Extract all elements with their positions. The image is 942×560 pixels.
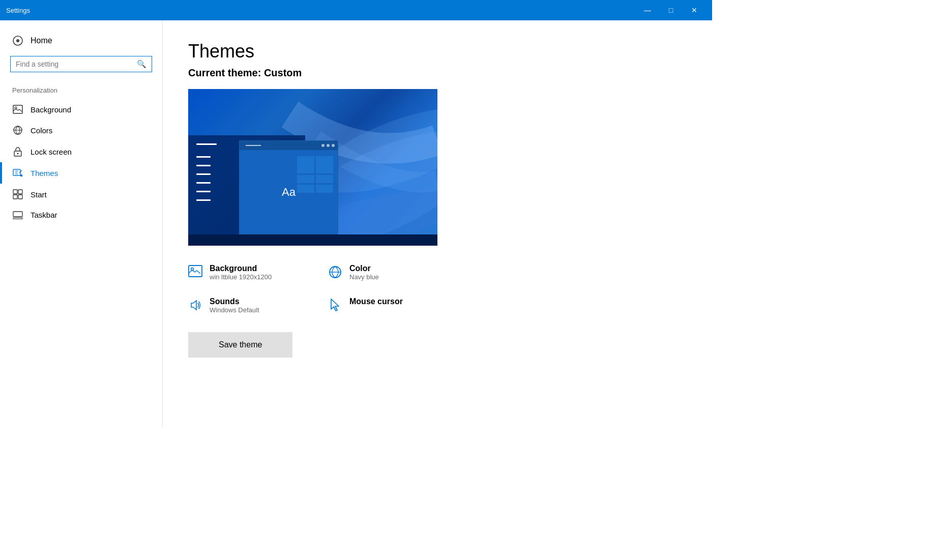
search-input[interactable] [16,60,137,68]
detail-sounds-title: Sounds [210,297,259,306]
tile-6 [316,185,333,193]
preview-line-3 [196,165,211,166]
detail-background[interactable]: Background win ltblue 1920x1200 [188,261,298,284]
detail-mouse-cursor[interactable]: Mouse cursor [328,294,437,317]
svg-rect-9 [13,190,17,194]
start-label: Start [31,190,47,199]
svg-rect-14 [13,218,22,219]
content-area: Themes Current theme: Custom [163,20,712,427]
detail-cursor-text: Mouse cursor [349,297,403,306]
detail-sounds-subtitle: Windows Default [210,306,259,314]
page-title: Themes [188,41,687,62]
detail-sounds-text: Sounds Windows Default [210,297,259,314]
detail-cursor-title: Mouse cursor [349,297,403,306]
sidebar-item-background[interactable]: Background [0,99,162,120]
taskbar-icon [12,211,23,219]
maximize-button[interactable]: □ [659,0,683,20]
themes-icon [12,168,23,178]
detail-color[interactable]: Color Navy blue [328,261,437,284]
detail-sounds-icon [188,298,202,312]
window-controls: — □ ✕ [636,0,706,20]
svg-point-19 [191,268,194,271]
theme-preview: Aa [188,89,437,246]
dot-1 [321,144,325,147]
preview-line-2 [196,156,211,158]
tile-3 [297,175,314,183]
preview-window: Aa [239,140,338,234]
detail-color-text: Color Navy blue [349,264,379,281]
svg-rect-2 [13,105,22,113]
tile-5 [297,185,314,193]
theme-details: Background win ltblue 1920x1200 Color Na… [188,261,437,317]
preview-tiles [297,156,334,193]
tile-4 [316,175,333,183]
preview-line-4 [196,173,211,175]
preview-line-5 [196,182,211,184]
current-theme-label: Current theme: Custom [188,67,687,79]
detail-sounds[interactable]: Sounds Windows Default [188,294,298,317]
preview-line-6 [196,191,211,192]
close-button[interactable]: ✕ [683,0,706,20]
svg-rect-11 [13,195,17,199]
home-icon [12,36,23,46]
save-theme-button[interactable]: Save theme [188,332,292,358]
lockscreen-icon [12,146,23,157]
sidebar-item-colors[interactable]: Colors [0,120,162,141]
svg-rect-10 [18,190,22,194]
colors-icon [12,125,23,135]
detail-cursor-icon [328,298,342,312]
svg-rect-13 [13,212,22,217]
preview-aa-text: Aa [282,186,296,199]
preview-line-7 [196,199,211,201]
preview-line-1 [196,143,217,145]
themes-label: Themes [31,169,58,178]
detail-color-icon [328,265,342,279]
tile-1 [297,156,314,173]
lockscreen-label: Lock screen [31,148,72,156]
sidebar-item-start[interactable]: Start [0,184,162,205]
sidebar: Home 🔍 Personalization Background [0,20,163,427]
sidebar-item-home[interactable]: Home [0,31,162,54]
preview-window-content: Aa [240,150,338,234]
search-box[interactable]: 🔍 [10,56,152,72]
detail-color-subtitle: Navy blue [349,273,379,281]
preview-taskbar [188,234,437,246]
background-icon [12,105,23,114]
titlebar: Settings — □ ✕ [0,0,712,20]
personalization-section-label: Personalization [0,84,162,99]
home-label: Home [31,36,52,45]
detail-background-text: Background win ltblue 1920x1200 [210,264,272,281]
preview-start-lines [196,143,217,201]
detail-background-icon [188,265,202,277]
taskbar-label: Taskbar [31,211,57,219]
dot-3 [332,144,335,147]
minimize-button[interactable]: — [636,0,659,20]
detail-color-title: Color [349,264,379,273]
sidebar-item-taskbar[interactable]: Taskbar [0,205,162,225]
detail-background-title: Background [210,264,272,273]
background-label: Background [31,105,71,114]
window-title: Settings [6,7,636,14]
app-body: Home 🔍 Personalization Background [0,20,712,427]
sidebar-item-themes[interactable]: Themes [0,162,162,184]
detail-background-subtitle: win ltblue 1920x1200 [210,273,272,281]
preview-window-titlebar [240,141,338,150]
sidebar-item-lockscreen[interactable]: Lock screen [0,141,162,162]
search-icon: 🔍 [137,60,146,69]
tile-2 [316,156,333,173]
dot-2 [327,144,330,147]
svg-rect-12 [18,195,22,199]
start-icon [12,189,23,199]
svg-point-6 [17,153,19,155]
colors-label: Colors [31,126,52,135]
svg-rect-8 [20,174,22,176]
